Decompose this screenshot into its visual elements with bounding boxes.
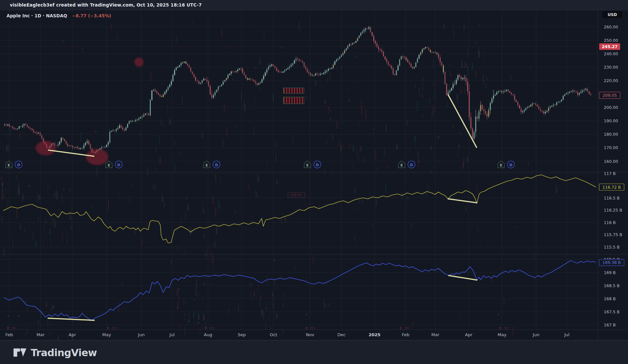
svg-text:E: E: [7, 326, 9, 330]
svg-text:E: E: [500, 163, 502, 167]
ghost-bars-layer: E(D)E(D)E(D)E(D)E(D)E(D)^^^^^^209.05: [1, 21, 558, 342]
svg-text:2025: 2025: [369, 332, 380, 337]
svg-text:Jul: Jul: [564, 332, 569, 337]
svg-text:230.00: 230.00: [604, 65, 618, 70]
svg-text:115.5 B: 115.5 B: [604, 245, 619, 250]
price-scale[interactable]: 260.00250.00240.00230.00220.00200.00190.…: [599, 25, 624, 327]
svg-text:169 B: 169 B: [604, 270, 616, 275]
svg-text:^: ^: [17, 315, 20, 319]
highlight-ellipses: [36, 58, 144, 165]
indicator-yellow-line: [3, 175, 596, 243]
svg-text:Apr: Apr: [69, 332, 76, 337]
svg-text:Apr: Apr: [465, 332, 473, 337]
svg-text:(D): (D): [11, 326, 17, 330]
svg-text:(D): (D): [504, 326, 509, 330]
svg-text:Jul: Jul: [169, 332, 175, 337]
svg-text:Jun: Jun: [532, 332, 539, 337]
svg-text:170.00: 170.00: [604, 145, 618, 150]
svg-text:240.00: 240.00: [604, 51, 618, 56]
chart-canvas[interactable]: E(D)E(D)E(D)E(D)E(D)E(D)^^^^^^209.05EDED…: [0, 0, 628, 364]
svg-text:D: D: [410, 163, 413, 167]
svg-text:E: E: [205, 326, 207, 330]
pane-separators: [0, 10, 628, 340]
trendline-drawings[interactable]: [48, 95, 477, 321]
svg-text:D: D: [215, 163, 218, 167]
svg-text:(D): (D): [112, 326, 117, 330]
svg-text:167.5 B: 167.5 B: [604, 309, 619, 314]
svg-text:E: E: [108, 163, 110, 167]
svg-text:117 B: 117 B: [604, 171, 616, 176]
tradingview-logo[interactable]: TradingView: [13, 346, 97, 359]
svg-text:(D): (D): [404, 326, 410, 330]
symbol-title[interactable]: Apple Inc · 1D · NASDAQ: [7, 13, 67, 18]
currency-usd-button[interactable]: USD: [602, 10, 623, 19]
gridlines: [0, 10, 598, 330]
svg-text:E: E: [499, 326, 501, 330]
svg-text:116 B: 116 B: [604, 220, 616, 225]
svg-text:Nov: Nov: [306, 332, 314, 337]
svg-text:Feb: Feb: [5, 332, 13, 337]
svg-text:168 B: 168 B: [604, 296, 616, 301]
svg-text:200.00: 200.00: [604, 105, 618, 110]
tradingview-window: visibleEaglecb3ef created with TradingVi…: [0, 0, 628, 364]
svg-text:May: May: [498, 332, 507, 337]
svg-text:D: D: [316, 163, 319, 167]
svg-text:E: E: [107, 326, 109, 330]
svg-text:190.00: 190.00: [604, 118, 618, 123]
svg-text:250.00: 250.00: [604, 38, 618, 43]
svg-text:^: ^: [497, 313, 500, 318]
svg-text:116.5 B: 116.5 B: [604, 196, 619, 200]
symbol-legend[interactable]: Apple Inc · 1D · NASDAQ −8.77 (−3.45%): [7, 13, 111, 18]
svg-text:^: ^: [197, 321, 200, 326]
svg-text:Feb: Feb: [402, 332, 409, 337]
svg-text:E: E: [305, 326, 308, 330]
svg-text:209.05: 209.05: [290, 193, 302, 197]
svg-text:160.00: 160.00: [604, 159, 618, 164]
svg-text:116.25 B: 116.25 B: [604, 208, 622, 213]
bottom-toolbar: TradingView: [0, 340, 628, 364]
svg-text:180.00: 180.00: [604, 132, 618, 137]
svg-text:D: D: [509, 163, 512, 167]
tradingview-logo-icon: [13, 346, 27, 359]
svg-text:(D): (D): [209, 326, 215, 330]
svg-text:Oct: Oct: [270, 332, 277, 337]
event-badges[interactable]: EDEDEDEDEDED: [6, 161, 515, 168]
chart-area[interactable]: E(D)E(D)E(D)E(D)E(D)E(D)^^^^^^209.05EDED…: [0, 0, 628, 364]
svg-text:E: E: [400, 326, 402, 330]
svg-text:Mar: Mar: [37, 332, 45, 337]
ghost-order-label-1: [283, 88, 304, 94]
svg-text:116.72 B: 116.72 B: [602, 185, 621, 190]
svg-text:220.00: 220.00: [604, 78, 618, 83]
svg-text:169.38 B: 169.38 B: [602, 260, 621, 265]
svg-text:Aug: Aug: [204, 332, 212, 337]
svg-text:May: May: [102, 332, 111, 337]
svg-text:167 B: 167 B: [604, 322, 616, 327]
svg-text:^: ^: [305, 313, 308, 318]
svg-text:^: ^: [187, 320, 190, 324]
svg-text:E: E: [400, 163, 403, 167]
svg-text:245.27: 245.27: [602, 44, 618, 49]
svg-text:Jun: Jun: [138, 332, 145, 337]
svg-text:209.05: 209.05: [602, 93, 617, 98]
symbol-change: −8.77 (−3.45%): [72, 13, 111, 18]
time-scale[interactable]: FebMarAprMayJunJulAugSepOctNovDec2025Feb…: [5, 332, 569, 337]
svg-text:D: D: [117, 163, 120, 167]
svg-text:Dec: Dec: [337, 332, 345, 337]
ghost-order-label-2: [283, 97, 304, 104]
svg-text:168.5 B: 168.5 B: [604, 283, 619, 288]
tradingview-logo-text: TradingView: [31, 347, 97, 358]
svg-text:(D): (D): [310, 326, 315, 330]
svg-text:E: E: [306, 163, 309, 167]
svg-text:Sep: Sep: [238, 332, 246, 337]
svg-text:E: E: [205, 163, 208, 167]
svg-text:^: ^: [7, 315, 10, 319]
svg-text:115.75 B: 115.75 B: [604, 232, 622, 237]
svg-text:Mar: Mar: [431, 332, 440, 337]
svg-text:D: D: [17, 163, 20, 167]
svg-text:260.00: 260.00: [604, 25, 618, 29]
svg-text:E: E: [8, 163, 10, 167]
